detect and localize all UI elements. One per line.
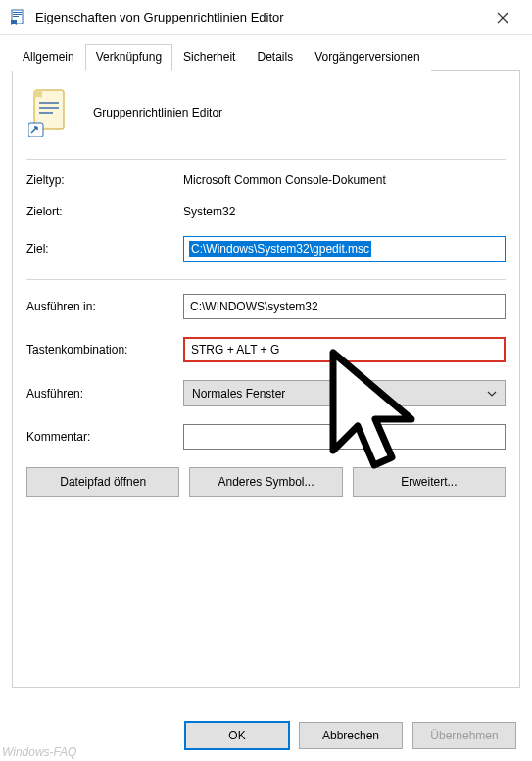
svg-rect-1 (13, 12, 22, 13)
label-run: Ausführen: (26, 387, 183, 401)
chevron-down-icon (487, 388, 497, 399)
content-area: Allgemein Verknüpfung Sicherheit Details… (0, 35, 532, 688)
tab-strip: Allgemein Verknüpfung Sicherheit Details… (12, 43, 520, 71)
svg-rect-8 (39, 107, 59, 109)
label-comment: Kommentar: (26, 430, 183, 444)
row-shortcut-key: Tastenkombination: (26, 337, 506, 362)
target-input[interactable]: C:\Windows\System32\gpedit.msc (183, 236, 506, 262)
comment-input[interactable] (183, 424, 506, 450)
separator (26, 279, 506, 280)
change-icon-button[interactable]: Anderes Symbol... (189, 467, 342, 497)
header-row: Gruppenrichtlinien Editor (26, 88, 506, 137)
shortcut-large-icon (28, 88, 72, 137)
app-name: Gruppenrichtlinien Editor (93, 106, 222, 119)
tab-security[interactable]: Sicherheit (172, 44, 246, 71)
shortcut-panel: Gruppenrichtlinien Editor Zieltyp: Micro… (12, 71, 520, 688)
dialog-button-row: OK Abbrechen Übernehmen (185, 722, 516, 749)
value-target-type: Microsoft Common Console-Dokument (183, 173, 506, 187)
property-button-row: Dateipfad öffnen Anderes Symbol... Erwei… (26, 467, 506, 497)
run-select-value: Normales Fenster (192, 387, 285, 401)
row-target-location: Zielort: System32 (26, 205, 506, 218)
svg-rect-10 (28, 123, 43, 137)
tab-shortcut[interactable]: Verknüpfung (85, 44, 172, 71)
open-file-location-button[interactable]: Dateipfad öffnen (26, 467, 179, 497)
row-target-type: Zieltyp: Microsoft Common Console-Dokume… (26, 173, 506, 187)
value-target-location: System32 (183, 205, 506, 218)
label-target-type: Zieltyp: (26, 173, 183, 187)
advanced-button[interactable]: Erweitert... (353, 467, 506, 497)
cancel-button[interactable]: Abbrechen (299, 722, 403, 749)
svg-rect-3 (13, 16, 19, 17)
tab-previous-versions[interactable]: Vorgängerversionen (304, 44, 430, 71)
close-button[interactable] (483, 3, 522, 32)
start-in-input[interactable] (183, 294, 506, 319)
close-icon (497, 12, 508, 24)
label-shortcut-key: Tastenkombination: (26, 343, 183, 357)
row-target: Ziel: C:\Windows\System32\gpedit.msc (26, 236, 506, 262)
tab-general[interactable]: Allgemein (12, 44, 85, 71)
window-title: Eigenschaften von Gruppenrichtlinien Edi… (35, 10, 483, 24)
row-comment: Kommentar: (26, 424, 506, 450)
tab-details[interactable]: Details (246, 44, 304, 71)
label-target-location: Zielort: (26, 205, 183, 218)
separator (26, 159, 506, 160)
svg-rect-9 (39, 112, 53, 114)
label-target: Ziel: (26, 242, 183, 256)
app-icon (10, 9, 27, 26)
target-input-text: C:\Windows\System32\gpedit.msc (189, 241, 371, 257)
row-start-in: Ausführen in: (26, 294, 506, 319)
ok-button[interactable]: OK (185, 722, 289, 749)
run-select[interactable]: Normales Fenster (183, 380, 506, 406)
titlebar: Eigenschaften von Gruppenrichtlinien Edi… (0, 0, 532, 35)
svg-rect-2 (13, 14, 22, 15)
watermark: Windows-FAQ (2, 745, 76, 759)
apply-button[interactable]: Übernehmen (412, 722, 516, 749)
row-run: Ausführen: Normales Fenster (26, 380, 506, 406)
shortcut-key-input[interactable] (183, 337, 506, 362)
label-start-in: Ausführen in: (26, 300, 183, 313)
svg-rect-7 (39, 102, 59, 104)
